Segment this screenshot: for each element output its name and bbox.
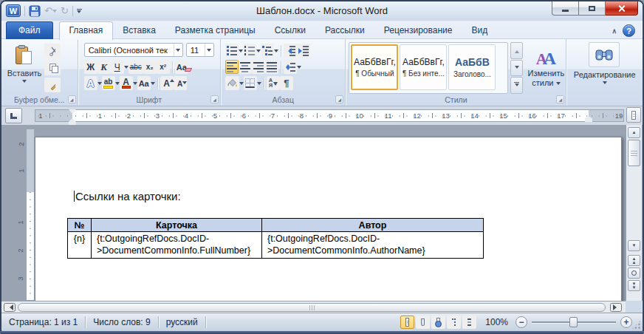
vertical-scroll-thumb[interactable] — [628, 140, 640, 166]
minimize-ribbon-icon[interactable]: ∧ — [612, 27, 617, 35]
maximize-button[interactable] — [579, 1, 606, 16]
help-button[interactable]: ? — [623, 24, 635, 37]
clipboard-dialog-launcher[interactable]: ◢ — [68, 95, 76, 103]
highlight-dropdown-icon[interactable] — [115, 82, 120, 85]
scroll-left-button[interactable] — [4, 303, 16, 312]
vertical-scrollbar[interactable]: ▲ ▼ ▲▲ ▼▼ — [626, 125, 642, 301]
superscript-button[interactable]: x² — [157, 60, 170, 74]
status-page-indicator[interactable]: Страница: 1 из 1 — [1, 317, 85, 327]
borders-button[interactable] — [244, 76, 257, 90]
change-case-button[interactable]: Aa — [137, 76, 151, 90]
scroll-right-button[interactable] — [610, 303, 622, 312]
borders-dropdown-icon[interactable] — [257, 82, 261, 85]
status-word-count[interactable]: Число слов: 9 — [86, 317, 157, 327]
style-item-no-spacing[interactable]: АаБбВвГг, ¶ Без инте... — [400, 44, 447, 90]
zoom-out-button[interactable]: − — [515, 316, 527, 328]
highlight-button[interactable]: ab — [102, 76, 115, 90]
font-size-dropdown[interactable] — [205, 44, 213, 56]
multilevel-dropdown-icon[interactable] — [274, 50, 278, 52]
styles-more-button[interactable] — [510, 77, 523, 94]
styles-scroll-up-button[interactable] — [510, 42, 523, 59]
document-paragraph[interactable]: Ссылки на карточки: — [74, 190, 181, 202]
tab-view[interactable]: Вид — [462, 22, 497, 39]
tab-review[interactable]: Рецензирование — [374, 22, 462, 39]
table-cell-author[interactable]: {t:OutgoingRefDocs.DocID->DocumentCommon… — [262, 232, 484, 259]
style-item-heading[interactable]: АаБбВ Заголово... — [448, 44, 496, 90]
decrease-indent-button[interactable] — [284, 44, 297, 58]
zoom-slider-thumb[interactable] — [569, 317, 578, 327]
zoom-slider[interactable] — [532, 316, 616, 329]
shrink-font-button[interactable]: A — [174, 76, 187, 90]
sort-button[interactable]: АЯ — [267, 76, 280, 90]
undo-button[interactable]: ↶ — [44, 4, 57, 18]
tab-insert[interactable]: Вставка — [113, 22, 165, 39]
align-left-button[interactable] — [225, 60, 239, 74]
horizontal-ruler[interactable]: 1 1234567891011121314151617 19 — [35, 109, 624, 122]
zoom-level[interactable]: 100% — [478, 317, 514, 327]
format-painter-button[interactable] — [44, 78, 61, 92]
change-styles-button[interactable]: AA Изменить стили — [527, 42, 564, 100]
font-name-dropdown[interactable] — [174, 44, 182, 56]
line-spacing-button[interactable] — [284, 60, 297, 74]
bullets-button[interactable] — [225, 44, 239, 58]
cut-button[interactable] — [44, 44, 61, 58]
view-print-layout-button[interactable] — [400, 316, 414, 329]
redo-button[interactable]: ↻ — [61, 4, 69, 18]
align-right-button[interactable] — [252, 60, 265, 74]
scroll-up-button[interactable]: ▲ — [628, 127, 640, 138]
next-page-button[interactable]: ▼▼ — [628, 280, 640, 291]
font-dialog-launcher[interactable]: ◢ — [210, 95, 219, 103]
font-color-button[interactable]: A — [120, 76, 133, 90]
editing-dropdown-icon[interactable] — [603, 81, 607, 84]
styles-scroll-down-button[interactable] — [510, 60, 523, 77]
zoom-in-button[interactable]: + — [620, 316, 632, 328]
line-spacing-dropdown-icon[interactable] — [297, 66, 301, 69]
document-page[interactable]: Ссылки на карточки: № Карточка Автор {n}… — [35, 137, 622, 301]
paste-button[interactable]: Вставить — [7, 42, 41, 98]
numbering-button[interactable] — [243, 44, 256, 58]
align-center-button[interactable] — [239, 60, 252, 74]
table-header-author[interactable]: Автор — [262, 219, 484, 232]
strikethrough-button[interactable]: abc — [129, 60, 143, 74]
view-web-layout-button[interactable] — [431, 316, 445, 329]
status-language[interactable]: русский — [159, 317, 205, 327]
text-effects-button[interactable]: A — [84, 76, 97, 90]
change-case-dropdown-icon[interactable] — [151, 82, 155, 85]
tab-stop-selector[interactable] — [5, 108, 22, 123]
view-full-screen-reading-button[interactable] — [416, 316, 430, 329]
horizontal-scrollbar[interactable] — [1, 301, 626, 313]
table-cell-num[interactable]: {n} — [68, 232, 92, 259]
save-button[interactable] — [29, 4, 41, 18]
qat-customize-button[interactable] — [77, 4, 82, 18]
select-browse-object-button[interactable] — [628, 267, 640, 279]
text-effects-dropdown-icon[interactable] — [97, 82, 102, 85]
tab-home[interactable]: Главная — [59, 21, 114, 40]
subscript-button[interactable]: x₂ — [143, 60, 157, 74]
justify-button[interactable] — [265, 60, 278, 74]
table-header-num[interactable]: № — [68, 219, 92, 232]
previous-page-button[interactable]: ▲▲ — [628, 255, 640, 266]
font-color-dropdown-icon[interactable] — [133, 82, 137, 85]
grow-font-button[interactable]: A — [160, 76, 174, 90]
underline-button[interactable]: Ч — [111, 60, 124, 74]
minimize-button[interactable] — [552, 1, 579, 16]
vertical-ruler[interactable]: 21 123 — [26, 129, 35, 301]
table-header-card[interactable]: Карточка — [92, 219, 262, 232]
font-name-combo[interactable]: Calibri (Основной тек — [84, 43, 183, 57]
italic-button[interactable]: K — [97, 60, 111, 74]
view-outline-button[interactable] — [447, 316, 461, 329]
paragraph-dialog-launcher[interactable]: ◢ — [335, 95, 343, 103]
font-size-combo[interactable]: 11 — [186, 43, 214, 57]
clear-formatting-button[interactable]: Aa — [175, 60, 188, 74]
ruler-toggle-button[interactable] — [626, 107, 641, 123]
shading-button[interactable] — [225, 76, 239, 90]
styles-dialog-launcher[interactable]: ◢ — [556, 95, 564, 103]
tab-file[interactable]: Файл — [6, 21, 53, 39]
underline-dropdown-icon[interactable] — [124, 66, 129, 69]
view-draft-button[interactable] — [462, 316, 476, 329]
tab-page-layout[interactable]: Разметка страницы — [165, 22, 265, 39]
word-logo-icon[interactable]: W — [6, 4, 21, 17]
style-item-normal[interactable]: АаБбВвГг, ¶ Обычный — [351, 44, 398, 90]
editing-menu-button[interactable] — [589, 42, 620, 67]
tab-mailings[interactable]: Рассылки — [315, 22, 374, 39]
